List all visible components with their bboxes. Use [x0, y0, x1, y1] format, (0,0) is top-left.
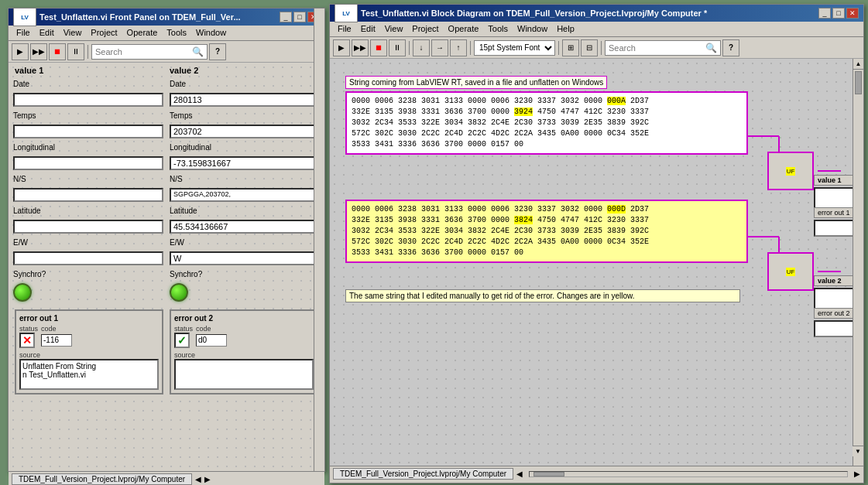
v1-temps-input[interactable]	[13, 125, 163, 138]
bd-menu-operate[interactable]: Operate	[444, 23, 484, 35]
v2-temps-label: Temps	[170, 111, 320, 120]
bd-menu-view[interactable]: View	[380, 23, 408, 35]
bd-scroll-right-icon[interactable]: ▶	[854, 470, 860, 478]
scroll-down-btn[interactable]: ▼	[853, 446, 863, 456]
code-label-2: code	[196, 325, 227, 333]
menu-window[interactable]: Window	[191, 27, 231, 39]
bd-lv-logo: LV	[335, 4, 358, 22]
status-label-1: status	[19, 325, 38, 333]
unflatten-node-1-label: UF	[786, 167, 796, 176]
bd-menu-tools[interactable]: Tools	[483, 23, 513, 35]
bd-sep4	[601, 41, 602, 55]
hex-highlight-1b: 3924	[514, 108, 533, 116]
v1-temps-label: Temps	[13, 111, 163, 120]
v2-synchro-led[interactable]	[170, 283, 188, 302]
bd-abort-button[interactable]: ⏹	[370, 39, 387, 56]
hex-line-2-3: 3032 2C34 3533 322E 3034 3832 2C4E 2C30 …	[352, 226, 742, 237]
bd-run-button[interactable]: ▶	[333, 39, 350, 56]
error-code-1: -116	[41, 334, 72, 347]
minimize-button[interactable]: _	[280, 12, 292, 22]
menu-file[interactable]: File	[12, 27, 35, 39]
hex-highlight-2b: 3824	[514, 216, 533, 224]
v1-ns-group: N/S	[13, 175, 163, 202]
menu-operate[interactable]: Operate	[122, 27, 163, 39]
v1-ns-input[interactable]	[13, 188, 163, 202]
hex-box-1: 0000 0006 3238 3031 3133 0000 0006 3230 …	[345, 91, 748, 155]
menu-tools[interactable]: Tools	[162, 27, 191, 39]
error-out1-indicator-block: error out 1	[814, 207, 853, 237]
long-row: Longitudinal Longitudinal -73.159831667	[9, 143, 324, 175]
bd-minimize-button[interactable]: _	[818, 8, 831, 19]
bd-run-cont-button[interactable]: ▶▶	[352, 39, 369, 56]
v2-date-input[interactable]: 280113	[170, 93, 320, 107]
bd-scroll-thumb-h[interactable]	[533, 472, 564, 476]
bd-pause-button[interactable]: ⏸	[389, 39, 406, 56]
v2-lat-input[interactable]: 45.534136667	[170, 220, 320, 234]
bd-menu-project[interactable]: Project	[407, 23, 443, 35]
scroll-left-icon[interactable]: ◀	[195, 475, 201, 483]
bd-search-input[interactable]	[609, 43, 705, 53]
unflatten-node-2-label: UF	[786, 268, 796, 276]
bd-scrollbar-v[interactable]: ▲ ▼	[853, 59, 863, 466]
v1-ew-input[interactable]	[13, 251, 163, 265]
bd-menu-help[interactable]: Help	[552, 23, 579, 35]
bd-menu-edit[interactable]: Edit	[356, 23, 380, 35]
bd-step-out[interactable]: ↑	[450, 39, 467, 56]
help-button[interactable]: ?	[209, 43, 226, 60]
hex-line-2-2: 332E 3135 3938 3331 3636 3700 0000 3824 …	[352, 215, 742, 226]
run-cont-button[interactable]: ▶▶	[30, 43, 47, 60]
v2-date-label: Date	[170, 80, 320, 88]
menu-edit[interactable]: Edit	[35, 27, 59, 39]
v1-synchro-group: Synchro?	[13, 270, 163, 302]
scroll-up-btn[interactable]: ▲	[853, 59, 863, 70]
v2-long-input[interactable]: -73.159831667	[170, 156, 320, 170]
unflatten-node-1: UF	[767, 152, 814, 190]
v1-synchro-led[interactable]	[13, 283, 32, 302]
bd-restore-button[interactable]: □	[832, 8, 845, 19]
v1-synchro-label: Synchro?	[13, 270, 163, 278]
restore-button[interactable]: □	[293, 12, 306, 22]
search-input[interactable]	[95, 47, 192, 56]
error-out2-indicator-label: error out 2	[814, 308, 853, 319]
hex-line-2-1: 0000 0006 3238 3031 3133 0000 0006 3230 …	[352, 204, 742, 215]
bd-close-button[interactable]: ✕	[846, 8, 859, 19]
bd-step-over[interactable]: →	[431, 39, 448, 56]
hex-line-1-4: 572C 302C 3030 2C2C 2C4D 2C2C 4D2C 2C2A …	[352, 128, 742, 139]
menu-view[interactable]: View	[59, 27, 87, 39]
error-out2-indicator-display	[814, 320, 853, 337]
bd-tab[interactable]: TDEM_Full_Version_Project.lvproj/My Comp…	[333, 468, 513, 480]
v2-ew-group: E/W W	[170, 238, 320, 265]
v2-ns-input[interactable]: SGPGGA,203702,	[170, 188, 320, 202]
font-selector[interactable]: 15pt System Font	[474, 40, 555, 56]
bd-step-into[interactable]: ↓	[413, 39, 430, 56]
toolbar-separator	[87, 45, 88, 59]
bd-align-button[interactable]: ⊞	[562, 39, 579, 56]
bd-title-buttons: _ □ ✕	[818, 8, 859, 19]
menu-project[interactable]: Project	[86, 27, 122, 39]
v1-lat-input[interactable]	[13, 220, 163, 234]
abort-button[interactable]: ⏹	[49, 43, 66, 60]
search-box[interactable]: 🔍	[91, 44, 208, 60]
v1-date-input[interactable]	[13, 93, 163, 107]
v2-temps-input[interactable]: 203702	[170, 125, 320, 138]
pause-button[interactable]: ⏸	[67, 43, 84, 60]
v2-long-label: Longitudinal	[170, 143, 320, 152]
bd-tab-bar: TDEM_Full_Version_Project.lvproj/My Comp…	[330, 466, 863, 481]
v1-long-input[interactable]	[13, 156, 163, 170]
bd-scroll-left-icon[interactable]: ◀	[516, 470, 523, 478]
bd-menu-file[interactable]: File	[333, 23, 356, 35]
v2-long-group: Longitudinal -73.159831667	[170, 143, 320, 170]
value2-indicator-label: value 2	[814, 275, 853, 286]
run-button[interactable]: ▶	[12, 43, 29, 60]
bd-search-box[interactable]: 🔍	[605, 40, 721, 56]
bd-scrollbar-h[interactable]	[529, 471, 848, 477]
v2-ew-input[interactable]: W	[170, 251, 320, 265]
fp-tab[interactable]: TDEM_Full_Version_Project.lvproj/My Comp…	[12, 473, 192, 485]
bd-help-button[interactable]: ?	[722, 39, 739, 56]
bd-distribute-button[interactable]: ⊟	[581, 39, 598, 56]
bd-menu-window[interactable]: Window	[513, 23, 552, 35]
scroll-right-icon[interactable]: ▶	[204, 475, 211, 483]
hex-line-1-3: 3032 2C34 3533 322E 3034 3832 2C4E 2C30 …	[352, 118, 742, 128]
scroll-thumb-v[interactable]	[855, 71, 862, 94]
front-panel-scrollbar[interactable]	[314, 9, 324, 471]
